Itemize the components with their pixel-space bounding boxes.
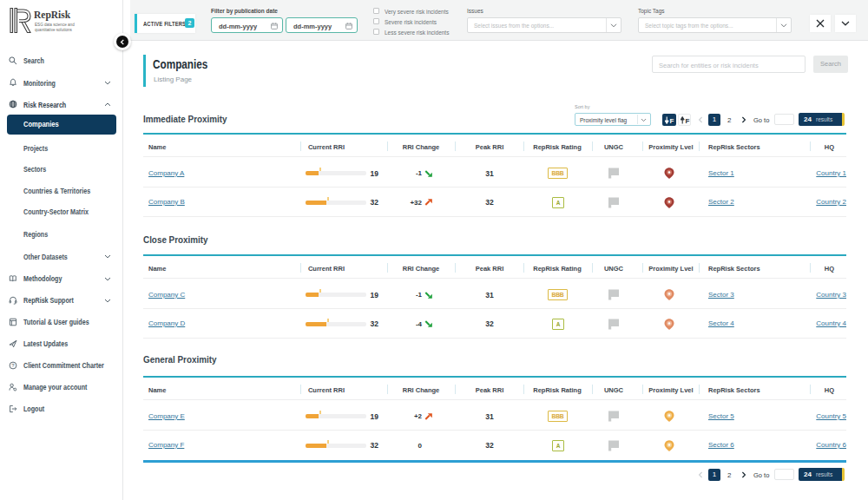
- svg-text:?: ?: [11, 363, 15, 368]
- svg-text:F: F: [670, 117, 674, 124]
- svg-text:F: F: [686, 117, 690, 124]
